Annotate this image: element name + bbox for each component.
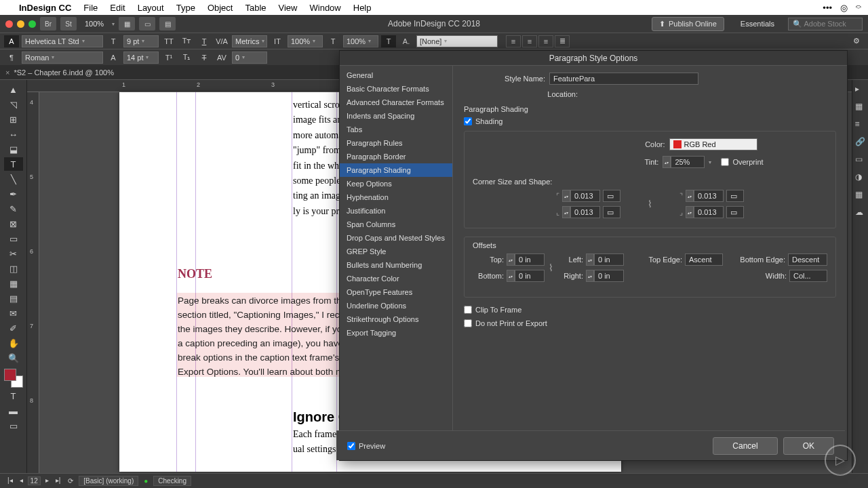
panel-menu-icon[interactable]: ⚙ (849, 35, 864, 47)
noprint-checkbox[interactable] (464, 319, 472, 327)
menu-object[interactable]: Object (208, 3, 233, 13)
first-page-icon[interactable]: |◂ (5, 476, 15, 485)
menu-window[interactable]: Window (310, 3, 341, 13)
cat-underline[interactable]: Underline Options (340, 299, 452, 312)
font-size-select[interactable]: 9 pt (123, 35, 159, 47)
rectangle-tool-icon[interactable]: ▭ (4, 232, 23, 245)
preflight-profile[interactable]: [Basic] (working) (79, 476, 138, 486)
fill-icon[interactable]: T (381, 35, 396, 47)
layers-panel-icon[interactable]: ≡ (855, 119, 866, 130)
pages-panel-icon[interactable]: ▦ (855, 102, 866, 113)
left-spinner[interactable]: ▴▾ (586, 253, 624, 266)
cat-strike[interactable]: Strikethrough Options (340, 312, 452, 326)
scissors-tool-icon[interactable]: ✂ (4, 247, 23, 260)
cat-para-border[interactable]: Paragraph Border (340, 150, 452, 163)
underline-icon[interactable]: T (197, 35, 212, 47)
page-tool-icon[interactable]: ⊞ (4, 113, 23, 126)
zoom-level[interactable]: 100% (85, 20, 104, 28)
link-offsets-icon[interactable]: ⌇ (549, 262, 553, 273)
corner-bl-spinner[interactable]: ▴▾ (562, 206, 600, 218)
pen-tool-icon[interactable]: ✒ (4, 187, 23, 201)
superscript-icon[interactable]: T¹ (161, 52, 176, 64)
tint-spinner[interactable]: ▴▾ (663, 156, 705, 168)
bridge-icon[interactable]: Br (40, 17, 56, 30)
link-corners-icon[interactable]: ⌇ (648, 199, 652, 209)
corner-tr-spinner[interactable]: ▴▾ (686, 190, 724, 202)
subscript-icon[interactable]: T₁ (179, 52, 194, 64)
cc-libraries-icon[interactable]: ☁ (855, 207, 866, 218)
spotlight-icon[interactable]: ◎ (840, 3, 848, 13)
line-tool-icon[interactable]: ╲ (4, 172, 23, 186)
cat-hyphenation[interactable]: Hyphenation (340, 190, 452, 204)
cat-bullets[interactable]: Bullets and Numbering (340, 258, 452, 272)
vscale-select[interactable]: 100% (288, 35, 323, 47)
note-tool-icon[interactable]: ✉ (4, 306, 23, 320)
hand-tool-icon[interactable]: ✋ (4, 336, 23, 350)
open-icon[interactable]: ⟳ (68, 477, 73, 485)
direct-selection-tool-icon[interactable]: ◹ (4, 98, 23, 111)
font-style-select[interactable]: Roman (22, 52, 103, 64)
paragraph-formatting-icon[interactable]: ¶ (4, 52, 19, 64)
topedge-select[interactable]: Ascent (685, 253, 723, 266)
type-tool-icon[interactable]: T (4, 157, 23, 171)
menu-layout[interactable]: Layout (138, 3, 164, 13)
free-transform-icon[interactable]: ◫ (4, 262, 23, 275)
color-panel-icon[interactable]: ◑ (855, 172, 866, 183)
stroke-panel-icon[interactable]: ▭ (855, 155, 866, 165)
pencil-tool-icon[interactable]: ✎ (4, 202, 23, 216)
cat-justification[interactable]: Justification (340, 204, 452, 218)
rectangle-frame-icon[interactable]: ⊠ (4, 217, 23, 230)
cat-adv-char[interactable]: Advanced Character Formats (340, 96, 452, 109)
next-page-icon[interactable]: ▸ (43, 476, 51, 485)
gradient-swatch-icon[interactable]: ▦ (4, 277, 23, 290)
style-name-input[interactable] (549, 73, 698, 85)
allcaps-icon[interactable]: TT (161, 35, 176, 47)
width-select[interactable]: Col... (789, 270, 827, 282)
corner-tl-shape[interactable]: ▭ (603, 190, 620, 202)
last-page-icon[interactable]: ▸| (54, 476, 63, 485)
corner-br-shape[interactable]: ▭ (726, 206, 744, 218)
prev-page-icon[interactable]: ◂ (18, 476, 25, 485)
kerning-select[interactable]: Metrics (232, 35, 267, 47)
smallcaps-icon[interactable]: Tᴛ (179, 35, 194, 47)
corner-br-spinner[interactable]: ▴▾ (686, 206, 724, 218)
cat-basic-char[interactable]: Basic Character Formats (340, 82, 452, 96)
strike-icon[interactable]: T (197, 52, 212, 64)
right-spinner[interactable]: ▴▾ (586, 270, 624, 282)
selection-tool-icon[interactable]: ▲ (4, 83, 23, 96)
note-heading[interactable]: NOTE (178, 267, 212, 281)
cat-grep[interactable]: GREP Style (340, 245, 452, 258)
cat-para-rules[interactable]: Paragraph Rules (340, 136, 452, 150)
botedge-select[interactable]: Descent (788, 253, 827, 266)
align-right-icon[interactable]: ≡ (538, 35, 553, 47)
cat-span-cols[interactable]: Span Columns (340, 218, 452, 231)
links-panel-icon[interactable]: 🔗 (855, 137, 866, 148)
clip-checkbox[interactable] (464, 306, 472, 314)
gradient-feather-icon[interactable]: ▤ (4, 291, 23, 305)
preview-checkbox[interactable] (347, 442, 355, 450)
shading-checkbox[interactable] (464, 117, 472, 125)
apply-color-icon[interactable]: ▬ (4, 404, 23, 418)
workspace-switcher[interactable]: Essentials (735, 18, 780, 30)
cat-opentype[interactable]: OpenType Features (340, 285, 452, 299)
stock-icon[interactable]: St (60, 17, 77, 30)
minimize-icon[interactable] (17, 20, 24, 28)
align-center-icon[interactable]: ≡ (522, 35, 537, 47)
stock-search-input[interactable]: 🔍 Adobe Stock (788, 18, 863, 30)
screen-mode-tool-icon[interactable]: ▭ (4, 419, 23, 432)
content-collector-icon[interactable]: ⬓ (4, 142, 23, 156)
fullscreen-icon[interactable] (28, 20, 36, 28)
tracking-select[interactable]: 0 (232, 52, 267, 64)
publish-online-button[interactable]: ⬆ Publish Online (652, 17, 724, 31)
top-spinner[interactable]: ▴▾ (507, 253, 545, 266)
cat-general[interactable]: General (340, 68, 452, 82)
menu-type[interactable]: Type (176, 3, 195, 13)
corner-tl-spinner[interactable]: ▴▾ (562, 190, 600, 202)
menu-view[interactable]: View (279, 3, 298, 13)
menu-help[interactable]: Help (353, 3, 372, 13)
wifi-icon[interactable]: ⌔ (856, 3, 861, 13)
corner-bl-shape[interactable]: ▭ (603, 206, 620, 218)
page-number-field[interactable]: 12 (28, 476, 41, 485)
swatches-panel-icon[interactable]: ▦ (855, 190, 866, 201)
cat-para-shading[interactable]: Paragraph Shading (340, 163, 452, 177)
